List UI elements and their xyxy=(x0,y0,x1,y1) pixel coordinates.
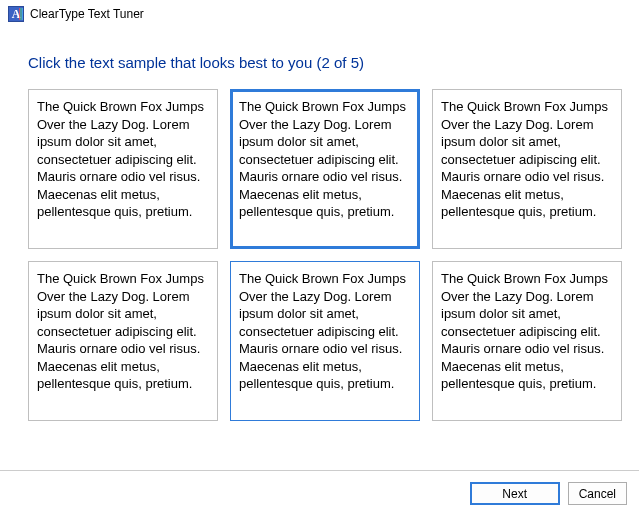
text-sample-5[interactable]: The Quick Brown Fox Jumps Over the Lazy … xyxy=(230,261,420,421)
cancel-button[interactable]: Cancel xyxy=(568,482,627,505)
footer-bar: Next Cancel xyxy=(0,470,639,516)
page-heading: Click the text sample that looks best to… xyxy=(0,28,639,89)
text-sample-6[interactable]: The Quick Brown Fox Jumps Over the Lazy … xyxy=(432,261,622,421)
cleartype-app-icon: A xyxy=(8,6,24,22)
window-title: ClearType Text Tuner xyxy=(30,7,144,21)
text-sample-4[interactable]: The Quick Brown Fox Jumps Over the Lazy … xyxy=(28,261,218,421)
text-sample-3[interactable]: The Quick Brown Fox Jumps Over the Lazy … xyxy=(432,89,622,249)
next-button[interactable]: Next xyxy=(470,482,560,505)
text-sample-2[interactable]: The Quick Brown Fox Jumps Over the Lazy … xyxy=(230,89,420,249)
sample-grid: The Quick Brown Fox Jumps Over the Lazy … xyxy=(0,89,639,421)
titlebar: A ClearType Text Tuner xyxy=(0,0,639,28)
text-sample-1[interactable]: The Quick Brown Fox Jumps Over the Lazy … xyxy=(28,89,218,249)
